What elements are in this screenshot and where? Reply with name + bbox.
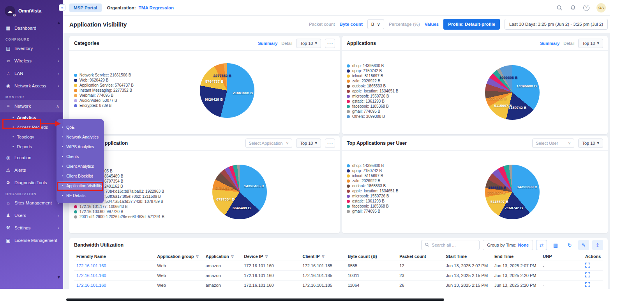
refresh-icon[interactable]: ↻ (564, 240, 575, 250)
search-input[interactable] (432, 243, 476, 247)
sidebar-item-dashboard[interactable]: ▦ Dashboard (0, 22, 63, 34)
tab-summary[interactable]: Summary (540, 41, 559, 46)
more-options-button[interactable]: ⋯ (325, 139, 335, 148)
expand-row-icon[interactable] (585, 272, 590, 277)
column-header-end-time[interactable]: End Time (492, 252, 540, 261)
date-range-picker[interactable]: Last 30 Days: 3:25 pm (Jun 2) - 3:25 pm … (505, 19, 608, 30)
percentage-toggle[interactable]: Percentage (%) (389, 22, 420, 27)
submenu-item[interactable]: • Client Blocklist (56, 171, 104, 181)
top10-dropdown[interactable]: Top 10 ▾ (296, 139, 321, 148)
expand-row-icon[interactable] (585, 282, 590, 287)
sidebar-item-analytics[interactable]: • Analytics (0, 112, 63, 122)
filter-icon[interactable]: ∇ (322, 255, 325, 259)
unit-dropdown[interactable]: B ∨ (367, 19, 384, 29)
sidebar-item-alerts[interactable]: ⚠ Alerts (0, 164, 63, 176)
columns-icon[interactable]: ▥ (550, 240, 561, 250)
submenu-item[interactable]: • Clients (56, 151, 104, 161)
submenu-item[interactable]: • Network Analytics (56, 132, 104, 142)
top-users-pie-chart[interactable]: 14395600 B1865533 B2026922 B5115697 B715… (485, 165, 540, 219)
byte-count-toggle[interactable]: Byte count (339, 22, 362, 27)
filter-icon[interactable]: ∇ (196, 255, 198, 259)
sidebar-item-location[interactable]: ◎ Location › (0, 151, 63, 164)
sidebar-item-label: Users (14, 213, 26, 218)
user-avatar[interactable]: OA (596, 3, 606, 12)
sidebar-item-network[interactable]: ≡ Network ∧ (0, 100, 63, 112)
column-header-application[interactable]: Application∇ (203, 252, 242, 261)
friendly-name-link[interactable]: 172.16.101.160 (74, 280, 155, 289)
tab-detail[interactable]: Detail (281, 41, 292, 46)
profile-button[interactable]: Profile: Default-profile (443, 19, 500, 30)
sidebar-item-label: Dashboard (14, 26, 36, 30)
sidebar-item-diagnostic-tools[interactable]: ⚙ Diagnostic Tools › (0, 176, 63, 189)
column-header-actions[interactable]: Actions (583, 252, 603, 261)
select-application-dropdown[interactable]: Select Application ∨ (245, 139, 293, 148)
legend-item: facebook: 1185368 B (347, 104, 398, 109)
column-header-start-time[interactable]: Start Time (443, 252, 492, 261)
filter-icon[interactable]: ∇ (231, 255, 234, 259)
column-header-byte-count-b-[interactable]: Byte count (B) (346, 252, 397, 261)
values-toggle[interactable]: Values (425, 22, 439, 27)
horizontal-scrollbar[interactable] (66, 298, 444, 301)
legend-item: microsoft: 1550726 B (347, 194, 398, 199)
application-window: ☁⚙ OmniVista ▲ ▦ Dashboard CONFIGURE ▤ I… (0, 0, 610, 289)
bullet-icon: • (62, 145, 63, 149)
top10-dropdown[interactable]: Top 10 ▾ (296, 39, 321, 48)
sidebar-item-lan[interactable]: ∴ LAN › (0, 67, 63, 80)
submenu-item[interactable]: • Application Visibility (58, 181, 102, 190)
submenu-item[interactable]: • RF Details (56, 190, 104, 200)
column-header-client-ip[interactable]: Client IP∇ (300, 252, 346, 261)
tab-detail[interactable]: Detail (563, 41, 574, 46)
organization: Organization: TMA Regression (107, 5, 174, 10)
top10-dropdown[interactable]: Top 10 ▾ (578, 39, 603, 48)
column-header-device-ip[interactable]: Device IP∇ (242, 252, 300, 261)
column-header-unp[interactable]: UNP (540, 252, 583, 261)
expand-row-icon[interactable] (585, 263, 590, 268)
submenu-item[interactable]: • QoE (56, 122, 104, 132)
sidebar-scroll-down-icon[interactable]: ▼ (57, 275, 61, 279)
sidebar-item-sites-management[interactable]: ⌂ Sites Management › (0, 197, 63, 209)
network-icon: ≡ (5, 103, 11, 109)
sidebar-item-wireless[interactable]: ≋ Wireless › (0, 55, 63, 67)
categories-legend: Network Service: 21661506 B Web: 9620429… (74, 73, 134, 108)
edit-icon[interactable]: ✎ (578, 240, 589, 250)
sidebar-item-network-access[interactable]: ◉ Network Access › (0, 80, 63, 92)
fit-columns-icon[interactable]: ⇄ (536, 240, 547, 250)
submenu-item[interactable]: • Client Analytics (56, 161, 104, 171)
search-icon[interactable] (556, 4, 563, 11)
column-header-friendly-name[interactable]: Friendly Name (74, 252, 155, 261)
table-cell: amazon (203, 270, 242, 280)
sidebar-item-access-records[interactable]: • Access Records (0, 122, 63, 132)
column-header-application-group[interactable]: Application group∇ (155, 252, 203, 261)
msp-portal-button[interactable]: MSP Portal (69, 4, 102, 12)
friendly-name-link[interactable]: 172.16.101.160 (74, 261, 155, 270)
sidebar-item-topology[interactable]: • Topology (0, 132, 63, 142)
packet-count-toggle[interactable]: Packet count (309, 22, 335, 27)
select-user-dropdown[interactable]: Select User ∨ (532, 139, 574, 148)
legend-item: :58ff:6a17:8f5e:70b2: 1211509 B (104, 194, 164, 199)
sidebar-scroll-up-icon[interactable]: ▲ (57, 20, 61, 25)
export-icon[interactable]: ↥ (592, 240, 603, 250)
column-header-packet-count[interactable]: Packet count (397, 252, 443, 261)
tab-summary[interactable]: Summary (258, 41, 277, 46)
categories-pie-chart[interactable]: 2277352 B5764737 B9620429 B21661506 B (200, 63, 254, 118)
sidebar-item-settings[interactable]: ⚒ Settings › (0, 222, 63, 234)
sidebar-item-license-management[interactable]: ▣ License Management (0, 234, 63, 247)
more-options-button[interactable]: ⋯ (325, 39, 335, 48)
help-icon[interactable]: ? (583, 5, 589, 11)
filter-icon[interactable]: ∇ (265, 255, 268, 259)
organization-link[interactable]: TMA Regression (139, 5, 174, 10)
sidebar-collapse-button[interactable]: « (59, 4, 65, 11)
sidebar-item-users[interactable]: ♟ Users › (0, 209, 63, 222)
top-clients-pie-chart[interactable]: 14393405 B2401169 B6797354 B6645489 B (212, 165, 267, 219)
group-by-time-button[interactable]: Group by Time: None (483, 240, 533, 250)
legend-item: zalo: 2026922 B (347, 78, 398, 83)
legend-item: 2401162 B (104, 184, 164, 189)
sidebar-item-reports[interactable]: • Reports (0, 142, 63, 151)
applications-pie-chart[interactable]: 3099308 B14395600 B2026922 B5115697 B715… (485, 65, 540, 120)
friendly-name-link[interactable]: 172.16.101.160 (74, 270, 155, 280)
submenu-item[interactable]: • WIPS Analytics (56, 142, 104, 151)
legend-item: apple_location: 1634651 B (347, 89, 398, 94)
top10-dropdown[interactable]: Top 10 ▾ (578, 139, 603, 148)
notifications-bell-icon[interactable] (570, 4, 576, 11)
sidebar-item-inventory[interactable]: ▤ Inventory › (0, 42, 63, 55)
